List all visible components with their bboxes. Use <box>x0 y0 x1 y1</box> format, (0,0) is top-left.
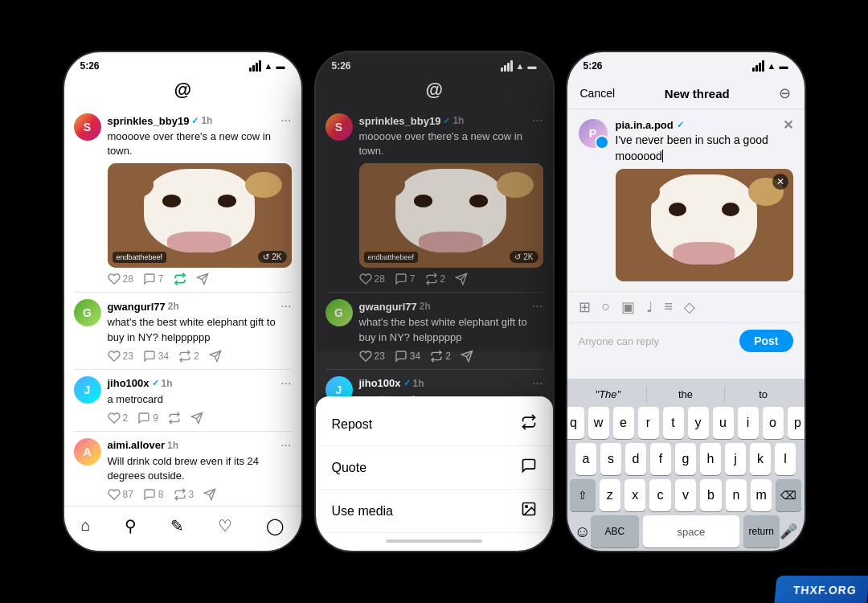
post-more-3[interactable]: ··· <box>280 376 291 391</box>
key-s[interactable]: s <box>600 443 621 475</box>
repost-btn-2[interactable]: 2 <box>178 350 199 363</box>
post-header-3: jiho100x ✓ 1h ··· <box>108 376 292 391</box>
dark-reply-2[interactable]: 34 <box>395 350 420 363</box>
post-button[interactable]: Post <box>739 330 792 352</box>
status-icons-1: ▲ ▬ <box>249 60 285 72</box>
popup-quote[interactable]: Quote <box>316 446 553 490</box>
key-d[interactable]: d <box>625 443 646 475</box>
close-image-button[interactable]: ✕ <box>772 174 788 190</box>
key-x[interactable]: x <box>624 479 645 511</box>
svg-point-13 <box>525 506 527 508</box>
nav-compose[interactable]: ✎ <box>170 516 184 535</box>
key-w[interactable]: w <box>588 407 609 439</box>
post-3: J jiho100x ✓ 1h ··· a metrocard 2 <box>74 369 292 431</box>
dark-share-2[interactable] <box>461 350 473 363</box>
key-i[interactable]: i <box>738 407 759 439</box>
camera-icon[interactable]: ○ <box>602 298 611 316</box>
key-g[interactable]: g <box>675 443 696 475</box>
key-k[interactable]: k <box>750 443 771 475</box>
key-n[interactable]: n <box>726 479 747 511</box>
new-thread-title: New thread <box>665 87 730 100</box>
repost-btn-1[interactable] <box>174 273 186 285</box>
post-more-4[interactable]: ··· <box>280 438 291 453</box>
key-y[interactable]: y <box>688 407 709 439</box>
emoji-key[interactable]: ☺ <box>575 523 591 541</box>
key-h[interactable]: h <box>700 443 721 475</box>
key-r[interactable]: r <box>638 407 659 439</box>
key-l[interactable]: l <box>775 443 796 475</box>
compose-text[interactable]: I've never been in such a good moooood <box>616 133 793 164</box>
reply-btn-1[interactable]: 7 <box>143 273 164 285</box>
share-btn-3[interactable] <box>190 412 203 425</box>
reply-btn-3[interactable]: 9 <box>137 412 158 425</box>
like-btn-2[interactable]: 23 <box>108 350 133 363</box>
image-tag-1: endbatthebeef <box>113 252 167 263</box>
share-btn-4[interactable] <box>203 488 216 501</box>
like-btn-3[interactable]: 2 <box>108 412 129 425</box>
watermark: THXF.ORG <box>775 576 868 603</box>
repost-badge-1: ↺ 2K <box>258 251 286 263</box>
key-o[interactable]: o <box>763 407 784 439</box>
key-a[interactable]: a <box>575 443 596 475</box>
signal-icon-1 <box>249 60 261 72</box>
dark-like-2[interactable]: 23 <box>359 350 385 363</box>
compose-area: P pia.in.a.pod ✓ ✕ I've never been in su… <box>567 109 805 291</box>
options-button[interactable]: ⊖ <box>779 84 791 102</box>
key-j[interactable]: j <box>725 443 746 475</box>
key-q[interactable]: q <box>567 407 584 439</box>
nav-home[interactable]: ⌂ <box>81 516 91 535</box>
key-abc[interactable]: ABC <box>591 515 639 548</box>
popup-repost[interactable]: Repost <box>316 403 553 446</box>
reply-btn-2[interactable]: 34 <box>143 350 169 363</box>
key-space[interactable]: space <box>643 515 739 548</box>
mic-key[interactable]: 🎤 <box>780 523 797 540</box>
post-username-1: sprinkles_bby19 ✓ 1h <box>108 115 213 127</box>
key-backspace[interactable]: ⌫ <box>776 479 801 511</box>
list-icon[interactable]: ≡ <box>664 298 673 316</box>
verified-1: ✓ <box>191 116 199 126</box>
share-btn-2[interactable] <box>209 350 222 363</box>
post-more-2[interactable]: ··· <box>280 299 291 314</box>
suggestion-3[interactable]: to <box>725 387 802 402</box>
post-content-3: jiho100x ✓ 1h ··· a metrocard 2 9 <box>108 376 292 425</box>
cancel-button[interactable]: Cancel <box>580 87 616 100</box>
reply-btn-4[interactable]: 8 <box>143 488 164 501</box>
nav-likes[interactable]: ♡ <box>218 516 232 535</box>
close-compose-btn[interactable]: ✕ <box>783 117 793 133</box>
like-btn-1[interactable]: 28 <box>108 273 133 285</box>
key-t[interactable]: t <box>663 407 684 439</box>
nav-search[interactable]: ⚲ <box>125 516 137 535</box>
dark-post-more-3[interactable]: ··· <box>532 376 542 391</box>
popup-media[interactable]: Use media <box>316 490 553 533</box>
key-f[interactable]: f <box>650 443 671 475</box>
key-p[interactable]: p <box>788 407 805 439</box>
key-e[interactable]: e <box>613 407 634 439</box>
suggestion-1[interactable]: "The" <box>570 387 648 402</box>
key-c[interactable]: c <box>649 479 670 511</box>
dark-repost-2[interactable]: 2 <box>430 350 451 363</box>
like-btn-4[interactable]: 87 <box>108 488 133 501</box>
location-icon[interactable]: ◇ <box>684 298 695 316</box>
gif-icon[interactable]: ▣ <box>621 298 635 316</box>
gallery-icon[interactable]: ⊞ <box>579 298 591 316</box>
key-b[interactable]: b <box>700 479 721 511</box>
nav-profile[interactable]: ◯ <box>266 516 284 535</box>
share-btn-1[interactable] <box>196 273 209 285</box>
post-more-1[interactable]: ··· <box>280 113 291 128</box>
key-row-2: a s d f g h j k l <box>570 443 802 475</box>
quote-popup-icon <box>521 457 537 478</box>
repost-btn-3[interactable] <box>168 412 181 425</box>
key-m[interactable]: m <box>751 479 772 511</box>
key-return[interactable]: return <box>743 515 780 548</box>
compose-username: pia.in.a.pod ✓ ✕ <box>616 119 793 131</box>
key-u[interactable]: u <box>713 407 734 439</box>
key-shift[interactable]: ⇧ <box>570 479 596 511</box>
repost-btn-4[interactable]: 3 <box>174 488 194 501</box>
key-z[interactable]: z <box>600 479 620 511</box>
key-v[interactable]: v <box>675 479 696 511</box>
mic-compose-icon[interactable]: ♩ <box>646 298 653 316</box>
verified-3: ✓ <box>152 378 159 388</box>
bottom-nav-1: ⌂ ⚲ ✎ ♡ ◯ <box>64 506 301 551</box>
suggestion-2[interactable]: the <box>647 387 725 402</box>
time-1: 5:26 <box>80 60 100 72</box>
